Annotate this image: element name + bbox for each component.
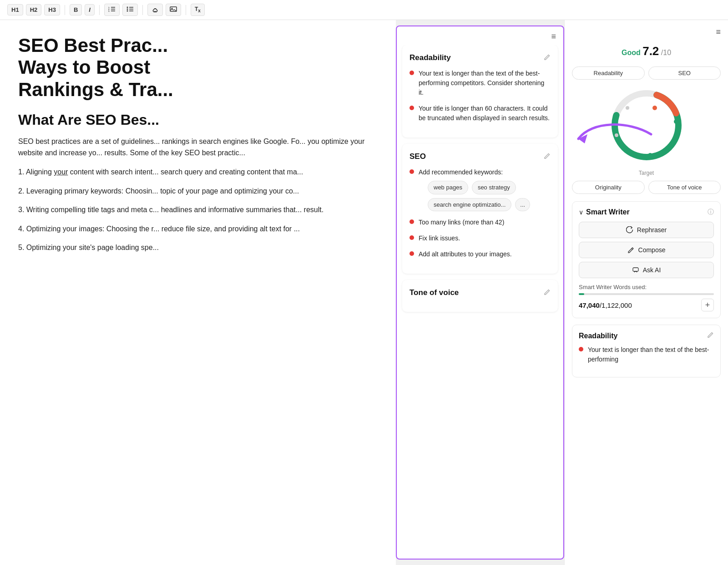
- italic-button[interactable]: I: [85, 4, 95, 15]
- right-bullet-dot: [579, 347, 583, 351]
- editor-area[interactable]: SEO Best Prac...Ways to BoostRankings & …: [0, 20, 396, 565]
- score-max: /10: [661, 49, 671, 56]
- editor-body-3: 2. Leveraging primary keywords: Choosin.…: [18, 185, 378, 197]
- panel-menu-icon[interactable]: ≡: [551, 32, 556, 41]
- rephraser-button[interactable]: Rephraser: [579, 222, 714, 238]
- tone-of-voice-tab[interactable]: Tone of voice: [648, 181, 721, 194]
- smart-writer-title: Smart Writer: [586, 208, 630, 216]
- svg-rect-24: [633, 268, 638, 271]
- words-progress-fill: [579, 293, 584, 295]
- bullet-dot-red-2: [410, 106, 414, 110]
- clear-format-button[interactable]: Tx: [191, 4, 205, 15]
- tone-card-header: Tone of voice: [410, 288, 551, 297]
- seo-keywords-bullet: Add recommended keywords: web pages seo …: [410, 168, 551, 211]
- keyword-tag-1[interactable]: web pages: [428, 181, 468, 194]
- score-value: 7.2: [642, 44, 659, 58]
- words-used-label: Smart Writer Words used:: [579, 284, 714, 290]
- h1-button[interactable]: H1: [7, 4, 23, 15]
- right-menu-icon[interactable]: ≡: [716, 27, 721, 37]
- score-area: Good 7.2 /10: [572, 39, 721, 62]
- svg-point-18: [674, 119, 678, 124]
- seo-card-header: SEO: [410, 152, 551, 161]
- panel-scroll[interactable]: Readability Your text is longer than the…: [397, 45, 563, 559]
- ask-ai-button[interactable]: Ask AI: [579, 262, 714, 278]
- panel-header: ≡: [397, 26, 563, 45]
- toolbar-divider-1: [65, 5, 65, 15]
- svg-point-20: [652, 106, 657, 110]
- seo-tab[interactable]: SEO: [648, 66, 721, 80]
- suggestions-panel: ≡ Readability Your text is longer than t…: [396, 25, 564, 560]
- keyword-more[interactable]: ...: [515, 198, 530, 212]
- svg-marker-14: [578, 134, 587, 143]
- target-label: Target: [572, 170, 721, 176]
- readability-bullet-1: Your text is longer than the text of the…: [410, 69, 551, 97]
- editor-body-2: 1. Aligning your content with search int…: [18, 166, 378, 178]
- readability-card: Readability Your text is longer than the…: [402, 45, 558, 137]
- readability-edit-icon[interactable]: [543, 54, 551, 62]
- seo-title: SEO: [410, 152, 426, 161]
- editor-body-1: SEO best practices are a set of guidelin…: [18, 136, 378, 159]
- words-count-row: 47,040/1,122,000 +: [579, 299, 714, 311]
- tone-title: Tone of voice: [410, 288, 459, 297]
- compose-button[interactable]: Compose: [579, 242, 714, 258]
- smart-writer-chevron[interactable]: ∨: [579, 209, 583, 216]
- svg-point-9: [126, 7, 128, 8]
- bullet-dot-red: [410, 71, 414, 75]
- score-chart: [606, 84, 688, 166]
- tone-edit-icon[interactable]: [543, 289, 551, 297]
- main-layout: SEO Best Prac...Ways to BoostRankings & …: [0, 20, 728, 565]
- editor-body-5: 4. Optimizing your images: Choosing the …: [18, 223, 378, 235]
- svg-point-21: [626, 106, 629, 110]
- keyword-tag-2[interactable]: seo strategy: [472, 181, 516, 194]
- svg-point-10: [126, 9, 128, 10]
- right-readability-bullet-1: Your text is longer than the text of the…: [579, 345, 714, 364]
- seo-card: SEO Add recommended keywords: web pages …: [402, 144, 558, 274]
- ordered-list-button[interactable]: 1.2.3.: [104, 4, 120, 16]
- readability-tab[interactable]: Readability: [572, 66, 645, 80]
- right-readability-header: Readability: [579, 331, 714, 341]
- toolbar-divider-4: [186, 5, 186, 15]
- words-progress-bar: [579, 293, 714, 295]
- smart-writer-info-icon[interactable]: ⓘ: [708, 208, 714, 216]
- editor-body-6: 5. Optimizing your site's page loading s…: [18, 242, 378, 254]
- score-label: Good: [622, 49, 641, 56]
- article-subtitle: What Are SEO Bes...: [18, 112, 378, 128]
- bottom-score-tabs: Originality Tone of voice: [572, 181, 721, 194]
- article-title: SEO Best Prac...Ways to BoostRankings & …: [18, 35, 378, 101]
- svg-point-22: [615, 133, 618, 137]
- smart-writer-section: ∨ Smart Writer ⓘ Rephraser Compose Ask A…: [572, 201, 721, 318]
- h2-button[interactable]: H2: [26, 4, 42, 15]
- right-panel: ≡ Good 7.2 /10 Readability SEO: [564, 20, 728, 565]
- link-button[interactable]: [147, 4, 163, 16]
- keyword-tag-3[interactable]: search engine optimizatio...: [428, 198, 511, 212]
- right-readability-edit-icon[interactable]: [707, 331, 714, 341]
- words-count-display: 47,040/1,122,000: [579, 301, 632, 309]
- smart-writer-header: ∨ Smart Writer ⓘ: [579, 208, 714, 216]
- seo-fix-bullet: Fix link issues.: [410, 234, 551, 243]
- readability-bullet-2: Your title is longer than 60 characters.…: [410, 104, 551, 123]
- words-add-button[interactable]: +: [701, 299, 714, 311]
- bullet-dot-seo-2: [410, 219, 414, 224]
- seo-links-bullet: Too many links (more than 42): [410, 218, 551, 227]
- editor-body-4: 3. Writing compelling title tags and met…: [18, 204, 378, 216]
- donut-chart-svg: [606, 84, 688, 166]
- readability-title: Readability: [410, 53, 451, 62]
- svg-text:3.: 3.: [108, 10, 110, 12]
- h3-button[interactable]: H3: [44, 4, 60, 15]
- svg-point-11: [126, 10, 128, 12]
- bullet-dot-seo-1: [410, 169, 414, 174]
- right-panel-top: ≡: [572, 27, 721, 37]
- image-button[interactable]: [166, 4, 181, 16]
- bold-button[interactable]: B: [70, 4, 82, 15]
- score-tabs: Readability SEO: [572, 66, 721, 80]
- svg-line-23: [632, 249, 632, 249]
- right-readability-title: Readability: [579, 332, 617, 340]
- keywords-row: web pages seo strategy search engine opt…: [428, 181, 551, 211]
- seo-edit-icon[interactable]: [543, 153, 551, 161]
- readability-card-header: Readability: [410, 53, 551, 62]
- toolbar-divider-2: [99, 5, 100, 15]
- originality-tab[interactable]: Originality: [572, 181, 645, 194]
- bullet-dot-seo-3: [410, 235, 414, 240]
- unordered-list-button[interactable]: [122, 4, 138, 16]
- editor-toolbar: H1 H2 H3 B I 1.2.3. Tx: [0, 0, 728, 20]
